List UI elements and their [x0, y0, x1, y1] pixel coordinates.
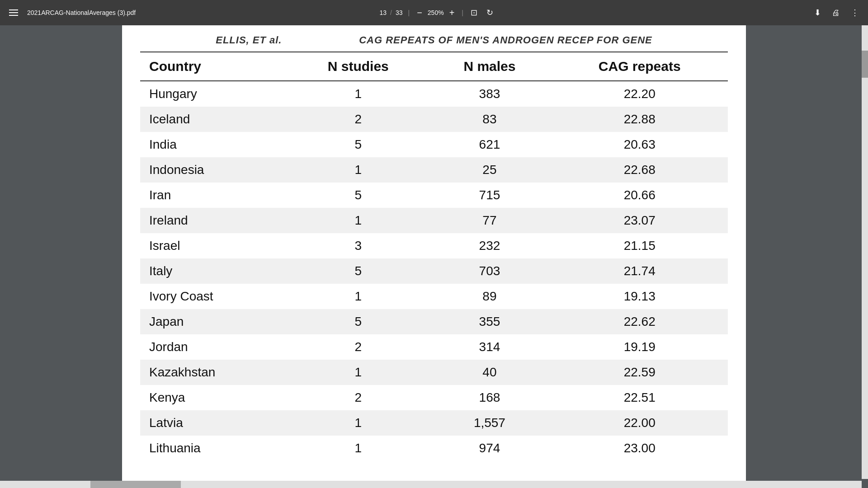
table-row: Iran571520.66: [140, 183, 728, 208]
toolbar-right: ⬇ 🖨 ⋮: [812, 6, 861, 19]
cell-cag-repeats: 21.74: [551, 258, 728, 284]
cell-n-males: 355: [428, 309, 551, 334]
cell-n-studies: 1: [288, 284, 428, 309]
cell-country: Italy: [140, 258, 288, 284]
cell-country: Japan: [140, 309, 288, 334]
table-header-row: Country N studies N males CAG repeats: [140, 52, 728, 81]
col-header-n-males: N males: [428, 52, 551, 81]
cell-cag-repeats: 20.63: [551, 132, 728, 157]
cell-n-males: 168: [428, 385, 551, 410]
table-row: Hungary138322.20: [140, 81, 728, 107]
cell-cag-repeats: 22.59: [551, 360, 728, 385]
zoom-level: 250%: [428, 9, 444, 16]
toolbar: 2021ARCAG-NationalAverages (3).pdf / 33 …: [0, 0, 868, 25]
cell-cag-repeats: 22.62: [551, 309, 728, 334]
cell-n-males: 40: [428, 360, 551, 385]
fit-page-button[interactable]: ⊡: [469, 6, 479, 19]
cell-cag-repeats: 22.51: [551, 385, 728, 410]
cell-n-studies: 5: [288, 309, 428, 334]
bottom-scrollbar: [0, 481, 862, 488]
more-options-button[interactable]: ⋮: [849, 6, 861, 19]
table-row: Indonesia12522.68: [140, 157, 728, 183]
cell-country: Latvia: [140, 410, 288, 436]
cell-cag-repeats: 19.19: [551, 334, 728, 360]
data-table: Country N studies N males CAG repeats Hu…: [140, 52, 728, 461]
cell-country: Ivory Coast: [140, 284, 288, 309]
menu-icon[interactable]: [7, 8, 20, 18]
cell-country: Kazakhstan: [140, 360, 288, 385]
rotate-button[interactable]: ↻: [485, 6, 495, 19]
table-row: Ivory Coast18919.13: [140, 284, 728, 309]
cell-n-males: 715: [428, 183, 551, 208]
cell-n-studies: 1: [288, 157, 428, 183]
cell-cag-repeats: 22.88: [551, 107, 728, 132]
table-row: Israel323221.15: [140, 233, 728, 258]
divider-1: |: [408, 9, 410, 16]
cell-n-studies: 2: [288, 385, 428, 410]
cell-cag-repeats: 23.07: [551, 208, 728, 233]
cell-country: Indonesia: [140, 157, 288, 183]
cell-n-studies: 5: [288, 183, 428, 208]
cell-n-studies: 1: [288, 360, 428, 385]
cell-country: Lithuania: [140, 436, 288, 461]
header-text: ELLIS, ET al. CAG REPEATS OF MEN'S ANDRO…: [216, 34, 652, 46]
table-row: Latvia11,55722.00: [140, 410, 728, 436]
cell-n-males: 232: [428, 233, 551, 258]
cell-n-studies: 1: [288, 410, 428, 436]
cell-n-males: 77: [428, 208, 551, 233]
cell-n-studies: 3: [288, 233, 428, 258]
bottom-scrollbar-thumb[interactable]: [90, 481, 181, 488]
table-row: Ireland17723.07: [140, 208, 728, 233]
col-header-country: Country: [140, 52, 288, 81]
table-row: Italy570321.74: [140, 258, 728, 284]
table-row: Iceland28322.88: [140, 107, 728, 132]
cell-n-males: 314: [428, 334, 551, 360]
page-total: 33: [396, 9, 403, 16]
cell-n-males: 703: [428, 258, 551, 284]
divider-2: |: [462, 9, 463, 16]
cell-country: Kenya: [140, 385, 288, 410]
cell-n-studies: 2: [288, 334, 428, 360]
cell-cag-repeats: 22.20: [551, 81, 728, 107]
cell-n-males: 25: [428, 157, 551, 183]
cell-country: India: [140, 132, 288, 157]
cell-country: Iran: [140, 183, 288, 208]
table-row: Kazakhstan14022.59: [140, 360, 728, 385]
col-header-n-studies: N studies: [288, 52, 428, 81]
cell-n-males: 383: [428, 81, 551, 107]
cell-country: Israel: [140, 233, 288, 258]
scrollbar-track: [862, 25, 868, 479]
cell-country: Ireland: [140, 208, 288, 233]
page-separator: /: [390, 9, 392, 16]
pdf-content-area: ELLIS, ET al. CAG REPEATS OF MEN'S ANDRO…: [0, 25, 868, 488]
cell-n-males: 89: [428, 284, 551, 309]
cell-cag-repeats: 21.15: [551, 233, 728, 258]
scrollbar-thumb[interactable]: [862, 51, 868, 78]
zoom-controls: − 250% +: [415, 8, 456, 17]
cell-country: Hungary: [140, 81, 288, 107]
cell-country: Jordan: [140, 334, 288, 360]
table-row: Kenya216822.51: [140, 385, 728, 410]
cell-cag-repeats: 22.68: [551, 157, 728, 183]
zoom-out-button[interactable]: −: [415, 8, 424, 17]
table-row: Lithuania197423.00: [140, 436, 728, 461]
cell-n-studies: 1: [288, 208, 428, 233]
cell-n-males: 974: [428, 436, 551, 461]
cell-cag-repeats: 19.13: [551, 284, 728, 309]
cell-cag-repeats: 23.00: [551, 436, 728, 461]
cell-n-studies: 5: [288, 132, 428, 157]
download-button[interactable]: ⬇: [812, 6, 823, 19]
cell-n-studies: 1: [288, 81, 428, 107]
cell-n-males: 1,557: [428, 410, 551, 436]
cell-n-studies: 2: [288, 107, 428, 132]
page-number-input[interactable]: [373, 9, 387, 16]
cell-n-males: 83: [428, 107, 551, 132]
table-row: Jordan231419.19: [140, 334, 728, 360]
pdf-page: ELLIS, ET al. CAG REPEATS OF MEN'S ANDRO…: [122, 25, 746, 488]
toolbar-center-controls: / 33 | − 250% + | ⊡ ↻: [373, 6, 495, 19]
zoom-in-button[interactable]: +: [448, 8, 457, 17]
cell-cag-repeats: 20.66: [551, 183, 728, 208]
cell-n-studies: 5: [288, 258, 428, 284]
page-navigation: / 33: [373, 9, 402, 16]
print-button[interactable]: 🖨: [830, 6, 842, 19]
